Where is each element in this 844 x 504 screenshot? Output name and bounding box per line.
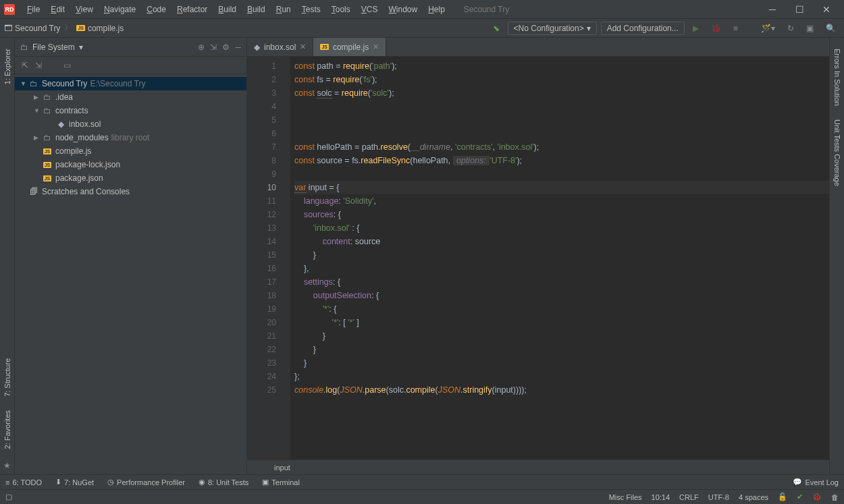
stop-button[interactable]: ■ <box>729 22 742 34</box>
line-ending[interactable]: CRLF <box>679 493 699 501</box>
menu-tools[interactable]: Tools <box>326 2 356 17</box>
tree-arrow-icon[interactable]: ▼ <box>34 107 42 114</box>
build-icon[interactable]: ⬊ <box>489 22 504 34</box>
js-file-icon: JS <box>320 44 329 50</box>
chevron-down-icon: ▾ <box>79 43 83 52</box>
collapse-icon[interactable]: ⇱ <box>22 61 28 70</box>
tree-item[interactable]: ◆inbox.sol <box>15 117 246 131</box>
status-misc[interactable]: Misc Files <box>609 493 642 501</box>
preview-icon[interactable]: ▭ <box>63 61 71 70</box>
breadcrumb-project[interactable]: Secound Try <box>15 24 60 33</box>
tree-item-label: package.json <box>55 173 103 183</box>
cursor-position[interactable]: 10:14 <box>652 493 670 501</box>
code-editor[interactable]: 1234567891011121314151617181920212223242… <box>247 57 829 459</box>
main-menu: FileEditViewNavigateCodeRefactorBuildBui… <box>22 2 450 17</box>
minimize-button[interactable]: ─ <box>759 0 786 19</box>
tree-item[interactable]: JScompile.js <box>15 144 246 158</box>
tree-item[interactable]: ▶🗀.idea <box>15 90 246 104</box>
lock-icon[interactable]: 🔓 <box>778 493 787 501</box>
event-log-tab[interactable]: 💬 Event Log <box>793 478 839 486</box>
menu-navigate[interactable]: Navigate <box>99 2 141 17</box>
menu-view[interactable]: View <box>70 2 99 17</box>
nuget-tab[interactable]: ⬇ 7: NuGet <box>55 478 94 486</box>
sidebar-toolbar: ⇱ ⇲ ▭ <box>15 57 246 74</box>
sync-icon[interactable]: ↻ <box>783 22 798 34</box>
explorer-tool-tab[interactable]: 1: Explorer <box>2 43 13 90</box>
inspect-icon[interactable]: 🪄▾ <box>757 22 779 34</box>
run-config-dropdown[interactable]: <No Configuration> ▾ <box>508 22 597 35</box>
locate-icon[interactable]: ⊕ <box>198 43 205 52</box>
errors-tool-tab[interactable]: Errors In Solution <box>832 43 843 111</box>
favorites-tool-tab[interactable]: 2: Favorites <box>2 405 13 454</box>
layout-icon[interactable]: ▣ <box>802 22 818 34</box>
menu-vcs[interactable]: VCS <box>356 2 384 17</box>
js-file-icon: JS <box>42 148 53 155</box>
structure-tool-tab[interactable]: 7: Structure <box>2 353 13 402</box>
menu-window[interactable]: Window <box>383 2 423 17</box>
chevron-down-icon: ▾ <box>587 24 591 33</box>
close-tab-icon[interactable]: ✕ <box>300 43 306 51</box>
todo-tab[interactable]: ≡ 6: TODO <box>5 478 42 486</box>
sidebar-view-selector[interactable]: 🗀 File System ▾ <box>20 43 83 52</box>
minimize-panel-icon[interactable]: ─ <box>235 43 241 52</box>
expand-all-icon[interactable]: ⇲ <box>35 61 42 70</box>
inspection-icon[interactable]: ✔ <box>797 493 803 501</box>
status-icon[interactable]: ▢ <box>5 493 12 501</box>
tree-arrow-icon[interactable]: ▼ <box>20 80 28 87</box>
menu-code[interactable]: Code <box>141 2 172 17</box>
scratches-label: Scratches and Consoles <box>42 187 130 196</box>
file-tree[interactable]: ▼ 🗀 Secound Try E:\Secound Try ▶🗀.idea▼🗀… <box>15 74 246 474</box>
tree-arrow-icon[interactable]: ▶ <box>34 94 42 101</box>
profiler-tab[interactable]: ◷ Performance Profiler <box>107 478 185 486</box>
gear-icon[interactable]: ⚙ <box>222 43 230 52</box>
js-file-icon: JS <box>76 25 85 31</box>
editor-tab[interactable]: ◆inbox.sol✕ <box>247 38 313 56</box>
search-everywhere-icon[interactable]: 🔍 <box>822 22 840 34</box>
tree-root[interactable]: ▼ 🗀 Secound Try E:\Secound Try <box>15 77 246 90</box>
expand-icon[interactable]: ⇲ <box>210 43 217 52</box>
folder-icon: 🗀 <box>42 92 53 102</box>
close-button[interactable]: ✕ <box>813 0 840 19</box>
tree-item-label: compile.js <box>55 146 91 156</box>
coverage-tool-tab[interactable]: Unit Tests Coverage <box>832 114 843 192</box>
tree-item[interactable]: ▼🗀contracts <box>15 104 246 117</box>
tree-arrow-icon[interactable]: ▶ <box>34 134 42 141</box>
menu-refactor[interactable]: Refactor <box>172 2 213 17</box>
menu-help[interactable]: Help <box>423 2 450 17</box>
close-tab-icon[interactable]: ✕ <box>373 43 379 51</box>
run-button[interactable]: ▶ <box>689 22 703 34</box>
menu-build[interactable]: Build <box>242 2 271 17</box>
breadcrumb[interactable]: 🗔 Secound Try 〉 JS compile.js <box>4 22 124 34</box>
code-content[interactable]: const path = require('path');const fs = … <box>290 57 829 459</box>
tree-item[interactable]: ▶🗀node_modules library root <box>15 131 246 144</box>
scratches-node[interactable]: 🗐 Scratches and Consoles <box>15 185 246 198</box>
tree-item[interactable]: JSpackage-lock.json <box>15 158 246 171</box>
breadcrumb-file[interactable]: compile.js <box>88 24 124 33</box>
tree-item-label: .idea <box>55 92 73 102</box>
editor-tab[interactable]: JScompile.js✕ <box>313 38 386 56</box>
app-icon: RD <box>4 4 15 15</box>
add-configuration-button[interactable]: Add Configuration... <box>601 22 685 35</box>
debug-button[interactable]: 🐞 <box>707 22 725 34</box>
right-tool-gutter: Errors In Solution Unit Tests Coverage <box>829 38 844 474</box>
folder-icon: 🗀 <box>20 43 28 52</box>
scratches-icon: 🗐 <box>28 187 39 196</box>
encoding[interactable]: UTF-8 <box>708 493 729 501</box>
menu-build[interactable]: Build <box>213 2 242 17</box>
tree-item[interactable]: JSpackage.json <box>15 171 246 185</box>
tab-label: inbox.sol <box>264 43 296 52</box>
menu-tests[interactable]: Tests <box>296 2 326 17</box>
unit-tests-tab[interactable]: ◉ 8: Unit Tests <box>199 478 248 486</box>
line-gutter[interactable]: 1234567891011121314151617181920212223242… <box>247 57 290 459</box>
terminal-tab[interactable]: ▣ Terminal <box>262 478 300 486</box>
indent-info[interactable]: 4 spaces <box>739 493 768 501</box>
menu-run[interactable]: Run <box>271 2 296 17</box>
memory-icon[interactable]: 🐞 <box>812 493 822 501</box>
ethereum-icon: ◆ <box>55 119 66 129</box>
trash-icon[interactable]: 🗑 <box>831 493 839 501</box>
menu-edit[interactable]: Edit <box>45 2 70 17</box>
folder-icon: 🗀 <box>42 133 53 142</box>
maximize-button[interactable]: ☐ <box>786 0 813 19</box>
menu-file[interactable]: File <box>22 2 45 17</box>
editor-breadcrumb[interactable]: input <box>247 459 829 474</box>
